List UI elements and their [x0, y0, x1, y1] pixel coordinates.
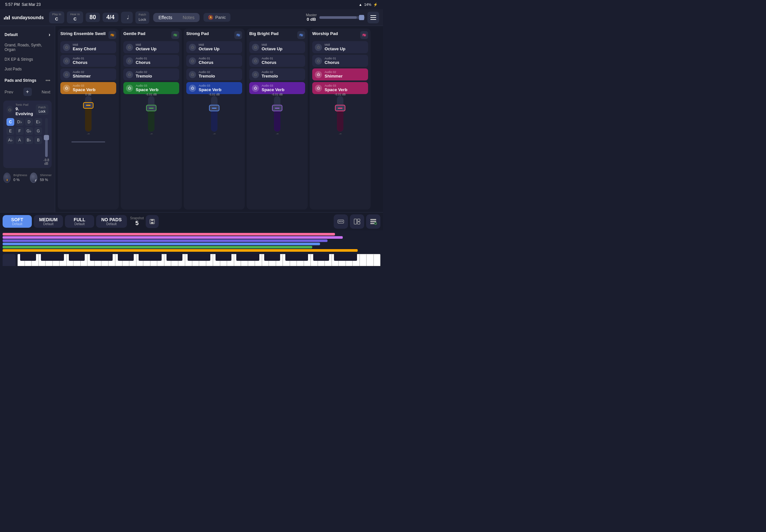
fx-slot-3-3[interactable]: ⏻Audio 03Space Verb: [249, 82, 305, 94]
fx-slot-4-1[interactable]: ⏻Audio 01Chorus: [312, 55, 368, 67]
key-Bb[interactable]: B♭: [25, 136, 33, 144]
fader-track-2[interactable]: [211, 96, 217, 132]
fx-power-2-0[interactable]: ⏻: [189, 44, 196, 51]
white-key[interactable]: [283, 254, 290, 266]
white-key[interactable]: [164, 254, 171, 266]
white-key[interactable]: [80, 254, 88, 266]
white-key[interactable]: [324, 254, 332, 266]
fx-power-1-3[interactable]: ⏻: [126, 85, 133, 92]
white-key[interactable]: [136, 254, 143, 266]
time-sig-button[interactable]: 4/4: [103, 13, 118, 22]
white-key[interactable]: [262, 254, 269, 266]
key-C[interactable]: C: [6, 118, 14, 126]
white-key[interactable]: [213, 254, 220, 266]
master-slider[interactable]: [319, 16, 365, 19]
fx-power-1-0[interactable]: ⏻: [126, 44, 133, 51]
key-D[interactable]: D: [25, 118, 33, 126]
fx-power-2-2[interactable]: ⏻: [189, 71, 196, 78]
white-key[interactable]: [310, 254, 318, 266]
white-key[interactable]: [332, 254, 339, 266]
white-key[interactable]: [227, 254, 234, 266]
white-key[interactable]: [290, 254, 297, 266]
metronome-button[interactable]: 𝅗𝅥: [121, 12, 133, 23]
white-key[interactable]: [297, 254, 304, 266]
fx-power-3-1[interactable]: ⏻: [252, 57, 259, 65]
fx-power-4-2[interactable]: ⏻: [315, 71, 322, 78]
key-B[interactable]: B: [34, 136, 42, 144]
fx-slot-1-3[interactable]: ⏻Audio 03Space Verb: [123, 82, 179, 94]
patch-lock-btn[interactable]: Patch Lock: [36, 104, 48, 115]
fx-slot-4-0[interactable]: ⏻MidiOctave Up: [312, 41, 368, 53]
fx-power-4-1[interactable]: ⏻: [315, 57, 322, 65]
key-G[interactable]: G: [34, 127, 42, 135]
sidebar-item-dxep[interactable]: DX EP & Strings: [0, 54, 55, 64]
white-key[interactable]: [18, 254, 25, 266]
white-key[interactable]: [199, 254, 206, 266]
white-key[interactable]: [346, 254, 353, 266]
white-key[interactable]: [115, 254, 122, 266]
fx-slot-3-0[interactable]: ⏻MidiOctave Up: [249, 41, 305, 53]
fx-slot-0-1[interactable]: ⏻Audio 01Chorus: [60, 55, 116, 67]
fx-slot-3-1[interactable]: ⏻Audio 01Chorus: [249, 55, 305, 67]
preset-btn-full[interactable]: FULLDefault: [65, 215, 94, 228]
brightness-knob[interactable]: [3, 173, 11, 183]
fader-track-4[interactable]: [337, 96, 343, 132]
white-key[interactable]: [87, 254, 94, 266]
white-key[interactable]: [241, 254, 248, 266]
white-key[interactable]: [304, 254, 311, 266]
fader-track-0[interactable]: [85, 96, 91, 132]
fx-slot-1-0[interactable]: ⏻MidiOctave Up: [123, 41, 179, 53]
prev-button[interactable]: Prev: [5, 90, 13, 94]
keyboard-icon-button[interactable]: [334, 214, 348, 229]
shimmer-knob[interactable]: [30, 173, 37, 183]
white-key[interactable]: [67, 254, 74, 266]
white-key[interactable]: [129, 254, 136, 266]
fx-power-1-2[interactable]: ⏻: [126, 71, 133, 78]
fx-slot-0-3[interactable]: ⏻Audio 03Space Verb: [60, 82, 116, 94]
fx-slot-3-2[interactable]: ⏻Audio 02Tremolo: [249, 68, 305, 80]
white-key[interactable]: [269, 254, 276, 266]
preset-btn-medium[interactable]: MEDIUMDefault: [34, 215, 63, 228]
white-key[interactable]: [178, 254, 185, 266]
preset-btn-no pads[interactable]: NO PADSDefault: [96, 215, 127, 228]
white-key[interactable]: [108, 254, 115, 266]
snapshot-save-button[interactable]: [146, 215, 159, 228]
fx-power-2-3[interactable]: ⏻: [189, 85, 196, 92]
white-key[interactable]: [276, 254, 283, 266]
key-Gb[interactable]: G♭: [25, 127, 33, 135]
fader-track-3[interactable]: [274, 96, 280, 132]
hear-in-button[interactable]: Hear In C: [67, 11, 83, 23]
bpm-button[interactable]: 80: [86, 13, 100, 22]
patch-lock-button[interactable]: Patch Lock: [135, 11, 149, 24]
next-button[interactable]: Next: [42, 90, 50, 94]
fx-power-3-2[interactable]: ⏻: [252, 71, 259, 78]
fx-eq-btn-1[interactable]: [171, 31, 179, 39]
fader-thumb-4[interactable]: [335, 105, 345, 111]
sidebar-item-pads[interactable]: Just Pads: [0, 64, 55, 74]
fx-slot-2-2[interactable]: ⏻Audio 02Tremolo: [186, 68, 242, 80]
fx-power-2-1[interactable]: ⏻: [189, 57, 196, 65]
white-key[interactable]: [94, 254, 102, 266]
fx-slot-4-3[interactable]: ⏻Audio 03Space Verb: [312, 82, 368, 94]
white-key[interactable]: [31, 254, 39, 266]
sidebar-item-default[interactable]: Default: [0, 29, 55, 40]
white-key[interactable]: [359, 254, 367, 266]
key-Ab[interactable]: A♭: [6, 136, 14, 144]
white-key[interactable]: [206, 254, 213, 266]
group-options-button[interactable]: •••: [45, 78, 50, 83]
fx-power-0-2[interactable]: ⏻: [63, 71, 70, 78]
key-F[interactable]: F: [16, 127, 24, 135]
play-in-button[interactable]: Play In C: [49, 11, 65, 23]
effects-tab[interactable]: Effects: [153, 13, 177, 22]
fx-slot-4-2[interactable]: ⏻Audio 02Shimmer: [312, 68, 368, 80]
fx-power-0-1[interactable]: ⏻: [63, 57, 70, 65]
fx-eq-btn-4[interactable]: [360, 31, 368, 39]
white-key[interactable]: [366, 254, 373, 266]
fx-power-4-3[interactable]: ⏻: [315, 85, 322, 92]
fx-power-3-0[interactable]: ⏻: [252, 44, 259, 51]
notes-tab[interactable]: Notes: [177, 13, 200, 22]
fader-thumb-3[interactable]: [272, 105, 282, 111]
fx-power-0-0[interactable]: ⏻: [63, 44, 70, 51]
fx-slot-2-3[interactable]: ⏻Audio 03Space Verb: [186, 82, 242, 94]
white-key[interactable]: [338, 254, 346, 266]
